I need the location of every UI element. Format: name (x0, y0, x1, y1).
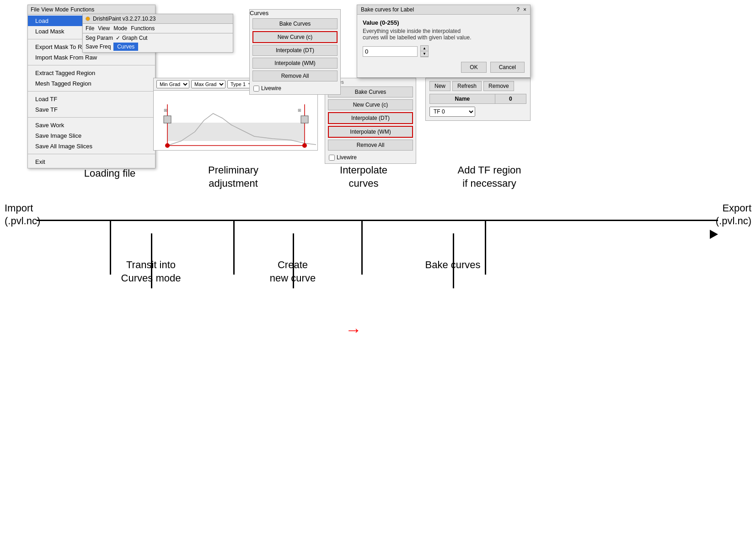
timeline-area: Import (.pvl.nc) Export (.pvl.nc) (0, 206, 756, 233)
tf-panel: New Refresh Remove Name 0 TF 0 (425, 78, 531, 121)
menu-group-5: Save Work Save Image Slice Save All Imag… (28, 119, 155, 152)
bake-close-icon[interactable]: × (523, 6, 526, 13)
menu-item-exit[interactable]: Exit (28, 157, 155, 167)
label-interp: Interpolate curves (318, 164, 409, 190)
bake-dialog: Bake curves for Label ? × Value (0-255) … (357, 5, 531, 78)
menu-item-mesh[interactable]: Mesh Tagged Region (28, 78, 155, 89)
drish-save-freq-label: Save Freq (86, 43, 111, 50)
menu-group-6: Exit (28, 156, 155, 168)
tick-create (293, 233, 294, 288)
interpolate-dt-btn-top[interactable]: Interpolate (DT) (328, 112, 413, 124)
bake-spinner-down[interactable]: ▼ (421, 51, 428, 57)
drish-menu-bar: File View Mode Functions (83, 24, 233, 33)
bake-btn-row: OK Cancel (363, 62, 525, 73)
tf-select-row: TF 0 (426, 104, 530, 120)
interpolate-wm-btn-top[interactable]: Interpolate (WM) (328, 126, 413, 138)
menu-item-extract[interactable]: Extract Tagged Region (28, 68, 155, 78)
drish-menu-view[interactable]: View (98, 25, 110, 32)
bake-titlebar-right: ? × (516, 6, 526, 13)
livewire-row-top: Livewire (325, 152, 416, 163)
label-addtf: Add TF region if necessary (434, 164, 544, 190)
interpolate-dt-btn-bottom[interactable]: Interpolate (DT) (252, 45, 338, 56)
tf-col-0: 0 (495, 94, 526, 104)
label-prelim: Preliminary adjustment (188, 164, 279, 190)
remove-all-btn-bottom[interactable]: Remove All (252, 70, 338, 81)
label-loading: Loading file (73, 167, 146, 180)
bake-curves-btn-bottom[interactable]: Bake Curves (252, 18, 338, 29)
svg-rect-0 (167, 123, 305, 141)
menu-item-save-work[interactable]: Save Work (28, 120, 155, 130)
drish-graph-cut-label: Graph Cut (122, 35, 147, 41)
svg-text:⊞: ⊞ (164, 108, 167, 113)
tf-col-name: Name (430, 94, 495, 104)
bake-content: Value (0-255) Everything visible inside … (357, 15, 530, 77)
checkmark-icon: ✓ (116, 35, 120, 41)
tf-select[interactable]: TF 0 (429, 107, 475, 117)
new-curve-btn-top[interactable]: New Curve (c) (328, 99, 413, 110)
drish-menu-file[interactable]: File (86, 25, 94, 32)
timeline-line (37, 220, 718, 221)
divider-5 (28, 154, 155, 154)
tf-refresh-btn[interactable]: Refresh (452, 81, 482, 91)
divider-3 (28, 91, 155, 92)
menu-functions[interactable]: Functions (70, 6, 94, 13)
menu-item-import-mask[interactable]: Import Mask From Raw (28, 52, 155, 63)
svg-point-7 (302, 143, 307, 148)
divider-4 (28, 117, 155, 118)
bake-desc: Everything visible inside the interpolat… (363, 28, 525, 41)
menu-item-load-tf[interactable]: Load TF (28, 94, 155, 104)
bake-spinner-up[interactable]: ▲ (421, 46, 428, 51)
curves-panel-bottom-title: Curves (250, 10, 340, 16)
bake-value-input[interactable] (363, 46, 418, 57)
drish-curves-row: Save Freq Curves (83, 43, 233, 52)
livewire-label-bottom: Livewire (261, 85, 281, 92)
tf-new-btn[interactable]: New (429, 81, 450, 91)
bake-ok-btn[interactable]: OK (461, 62, 486, 73)
menu-mode[interactable]: Mode (55, 6, 69, 13)
interpolate-wm-btn-bottom[interactable]: Interpolate (WM) (252, 58, 338, 69)
menu-item-save-slice[interactable]: Save Image Slice (28, 130, 155, 141)
menu-group-3: Extract Tagged Region Mesh Tagged Region (28, 67, 155, 90)
svg-rect-5 (301, 116, 308, 123)
menu-file[interactable]: File (31, 6, 39, 13)
bake-value-label: Value (0-255) (363, 19, 525, 26)
tick-prelim (233, 220, 235, 275)
tf-remove-btn[interactable]: Remove (483, 81, 514, 91)
drish-titlebar: DrishtiPaint v3.2.27.10.23 (83, 14, 233, 24)
bake-title: Bake curves for Label (361, 6, 414, 13)
livewire-checkbox-bottom[interactable] (253, 86, 259, 92)
livewire-label-top: Livewire (337, 154, 357, 161)
menu-item-save-tf[interactable]: Save TF (28, 104, 155, 115)
tick-transit (151, 233, 152, 288)
drish-seg-label: Seg Param (86, 35, 113, 41)
remove-all-btn-top[interactable]: Remove All (328, 140, 413, 151)
menu-item-save-all-slices[interactable]: Save All Image Slices (28, 141, 155, 151)
bake-question-icon[interactable]: ? (516, 6, 520, 13)
new-curve-btn-bottom[interactable]: New Curve (c) (252, 31, 338, 43)
drish-menu-mode[interactable]: Mode (113, 25, 127, 32)
timeline-arrow (710, 230, 718, 239)
bake-cancel-btn[interactable]: Cancel (490, 62, 525, 73)
drish-window: DrishtiPaint v3.2.27.10.23 File View Mod… (82, 14, 233, 53)
divider-2 (28, 65, 155, 65)
bake-titlebar: Bake curves for Label ? × (357, 5, 530, 15)
bake-spinner: ▲ ▼ (420, 45, 429, 57)
drish-menu-functions[interactable]: Functions (131, 25, 155, 32)
livewire-checkbox-top[interactable] (329, 155, 335, 161)
tf-toolbar: New Refresh Remove (426, 78, 530, 94)
menu-bar: File View Mode Functions (28, 5, 155, 15)
tick-bake (453, 233, 454, 288)
max-grad-select[interactable]: Max Grad (191, 80, 225, 88)
import-label: Import (.pvl.nc) (5, 201, 40, 227)
curves-panel-bottom: Curves Bake Curves New Curve (c) Interpo… (249, 9, 341, 95)
svg-point-6 (165, 143, 170, 148)
menu-group-4: Load TF Save TF (28, 93, 155, 116)
menu-view[interactable]: View (41, 6, 53, 13)
export-label: Export (.pvl.nc) (716, 201, 751, 227)
min-grad-select[interactable]: Min Grad (156, 80, 189, 88)
drish-curves-highlight[interactable]: Curves (113, 43, 138, 51)
svg-rect-4 (164, 116, 171, 123)
drish-title: DrishtiPaint v3.2.27.10.23 (93, 16, 155, 22)
livewire-row-bottom: Livewire (250, 83, 340, 94)
red-arrow-icon: → (345, 320, 362, 340)
